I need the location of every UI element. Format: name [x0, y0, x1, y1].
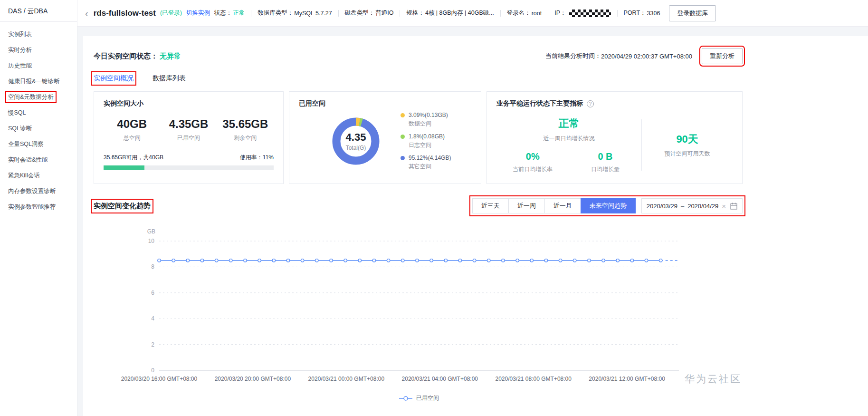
db-type-label: 数据库类型： [258, 9, 293, 17]
card-title: 业务平稳运行状态下主要指标 [496, 99, 583, 108]
chart-legend[interactable]: 已用空间 [159, 394, 679, 402]
legend-percent: 3.09%(0.13GB) [409, 112, 448, 118]
sidebar-item-label: 全量SQL洞察 [8, 141, 44, 147]
stat-value: 4.35GB [160, 117, 217, 131]
sidebar-item-label: 实时分析 [8, 47, 32, 53]
stat-value: 40GB [104, 117, 160, 131]
clear-date-icon[interactable]: × [722, 203, 726, 210]
range-last-month-button[interactable]: 近一月 [544, 198, 581, 213]
sidebar-item-slow-sql[interactable]: 慢SQL [0, 105, 77, 121]
sidebar-item-label: 实例参数智能推荐 [8, 203, 56, 210]
card-title: 实例空间大小 [104, 99, 274, 108]
trend-range-controls: 近三天 近一周 近一月 未来空间趋势 2020/03/29 – 2020/04/… [472, 198, 743, 213]
legend-label: 数据空间 [409, 120, 448, 128]
growth-rate-metric: 0% 当前日均增长率 [496, 151, 569, 174]
divider [338, 10, 339, 17]
sidebar-item-memory-param-diagnosis[interactable]: 内存参数设置诊断 [0, 184, 77, 199]
divider [400, 10, 400, 17]
svg-text:0: 0 [151, 367, 154, 374]
today-status: 今日实例空间状态：无异常 [94, 52, 181, 61]
switch-instance-link[interactable]: 切换实例 [186, 9, 210, 17]
sidebar-item-instance-list[interactable]: 实例列表 [0, 27, 77, 42]
svg-text:2020/03/21 00:00 GMT+08:00: 2020/03/21 00:00 GMT+08:00 [308, 376, 385, 382]
sidebar-menu: 实例列表 实时分析 历史性能 健康日报&一键诊断 空间&元数据分析 慢SQL S… [0, 22, 77, 215]
back-icon[interactable]: ‹ [85, 9, 88, 18]
space-trend-line-chart[interactable]: 0246810GB2020/03/20 16:00 GMT+08:002020/… [94, 220, 743, 391]
sidebar-item-label: 实时会话&性能 [8, 156, 48, 163]
tab-database-list[interactable]: 数据库列表 [153, 74, 186, 83]
date-start: 2020/03/29 [647, 203, 677, 210]
status-label: 状态： [214, 9, 232, 17]
analysis-time-label: 当前结果分析时间： [545, 52, 601, 60]
tab-instance-space-overview[interactable]: 实例空间概况 [94, 74, 134, 83]
svg-text:2020/03/21 08:00 GMT+08:00: 2020/03/21 08:00 GMT+08:00 [495, 376, 572, 382]
login-name-field: 登录名： root [507, 9, 542, 17]
divider [500, 10, 501, 17]
disk-type-field: 磁盘类型： 普通IO [345, 9, 394, 17]
range-future-trend-button[interactable]: 未来空间趋势 [581, 198, 636, 213]
legend-item-other-space[interactable]: 95.12%(4.14GB) 其它空间 [401, 155, 451, 171]
range-last-week-button[interactable]: 近一周 [508, 198, 545, 213]
sidebar-item-realtime-analysis[interactable]: 实时分析 [0, 42, 77, 58]
db-type-value: MySQL 5.7.27 [294, 10, 332, 17]
legend-percent: 95.12%(4.14GB) [409, 155, 451, 161]
growth-status-value: 正常 [496, 116, 641, 131]
sidebar-item-sql-diagnosis[interactable]: SQL诊断 [0, 121, 77, 136]
sidebar-item-history-performance[interactable]: 历史性能 [0, 58, 77, 74]
help-icon[interactable]: ? [587, 100, 594, 107]
growth-metrics: 正常 近一周日均增长情况 0% 当前日均增长率 0 B 日均增长量 [496, 115, 641, 175]
svg-text:2020/03/20 16:00 GMT+08:00: 2020/03/20 16:00 GMT+08:00 [121, 376, 198, 382]
sidebar-item-health-report-diagnosis[interactable]: 健康日报&一键诊断 [0, 74, 77, 89]
legend-item-data-space[interactable]: 3.09%(0.13GB) 数据空间 [401, 112, 451, 128]
svg-text:6: 6 [151, 290, 154, 296]
card-title: 已用空间 [299, 99, 471, 108]
ip-label: IP： [554, 9, 566, 17]
date-range-picker[interactable]: 2020/03/29 – 2020/04/29 × [641, 198, 743, 213]
stat-total-space: 40GB 总空间 [104, 117, 160, 142]
status-value: 正常 [233, 9, 245, 17]
sidebar-item-label: 历史性能 [8, 62, 32, 69]
svg-text:2020/03/21 12:00 GMT+08:00: 2020/03/21 12:00 GMT+08:00 [589, 376, 665, 382]
breadcrumb[interactable]: DAS / 云DBA [0, 0, 77, 22]
legend-dot-icon [401, 135, 405, 139]
trend-section-title: 实例空间变化趋势 [94, 202, 151, 211]
stat-remaining-space: 35.65GB 剩余空间 [217, 117, 274, 142]
svg-text:4: 4 [151, 315, 154, 322]
svg-text:10: 10 [148, 238, 155, 244]
analysis-time-area: 当前结果分析时间： 2020/04/29 02:00:37 GMT+08:00 … [545, 48, 743, 64]
svg-text:2020/03/21 04:00 GMT+08:00: 2020/03/21 04:00 GMT+08:00 [402, 376, 478, 382]
usage-text-row: 35.65GB可用，共40GB 使用率：11% [104, 154, 274, 162]
calendar-icon[interactable] [730, 203, 737, 210]
used-space-donut-chart[interactable] [327, 113, 384, 170]
sidebar-item-label: 内存参数设置诊断 [8, 188, 56, 194]
divider [251, 10, 251, 17]
today-status-value: 无异常 [160, 52, 181, 60]
sidebar-item-realtime-session-performance[interactable]: 实时会话&性能 [0, 152, 77, 168]
sidebar-item-space-metadata-analysis[interactable]: 空间&元数据分析 [0, 89, 77, 105]
reanalyze-button[interactable]: 重新分析 [702, 48, 743, 64]
main-content: 今日实例空间状态：无异常 当前结果分析时间： 2020/04/29 02:00:… [77, 27, 868, 416]
divider [548, 10, 548, 17]
spec-label: 规格： [406, 9, 424, 17]
range-last-3-days-button[interactable]: 近三天 [472, 198, 509, 213]
legend-label: 日志空间 [409, 141, 445, 149]
login-database-button[interactable]: 登录数据库 [669, 5, 716, 21]
instance-header: ‹ rds-fullslow-test (已登录) 切换实例 状态： 正常 数据… [77, 0, 868, 27]
stat-value: 35.65GB [217, 117, 274, 131]
ip-redacted-mask [569, 10, 611, 17]
available-days-label: 预计空间可用天数 [665, 150, 710, 158]
usage-rate-text: 使用率：11% [240, 154, 274, 162]
stat-used-space: 4.35GB 已用空间 [160, 117, 217, 142]
trend-chart-area: 0246810GB2020/03/20 16:00 GMT+08:002020/… [94, 220, 743, 410]
stat-label: 总空间 [104, 134, 160, 142]
growth-rate-label: 当前日均增长率 [496, 165, 569, 174]
sidebar-item-emergency-kill-session[interactable]: 紧急Kill会话 [0, 168, 77, 184]
date-separator: – [681, 203, 684, 210]
legend-label: 其它空间 [409, 163, 451, 171]
login-name-label: 登录名： [507, 9, 531, 17]
legend-item-log-space[interactable]: 1.8%(0.08GB) 日志空间 [401, 133, 451, 149]
sidebar-item-full-sql-insight[interactable]: 全量SQL洞察 [0, 136, 77, 152]
sidebar-item-param-smart-recommendation[interactable]: 实例参数智能推荐 [0, 199, 77, 215]
db-type-field: 数据库类型： MySQL 5.7.27 [258, 9, 332, 17]
stat-label: 剩余空间 [217, 134, 274, 142]
